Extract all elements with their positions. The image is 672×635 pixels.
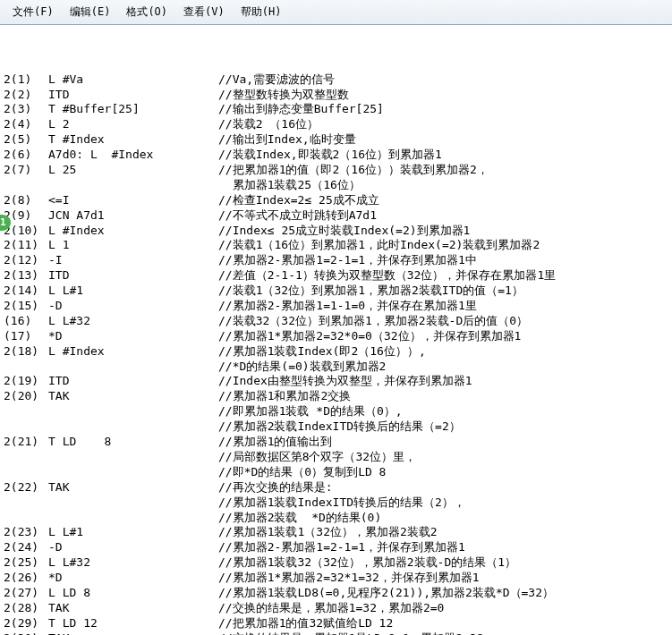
code-content: 51 2(1)L #Va//Va,需要滤波的信号2(2)ITD//整型数转换为双… (0, 25, 672, 635)
menubar: 文件(F) 编辑(E) 格式(O) 查看(V) 帮助(H) (0, 0, 672, 25)
comment-text: 累加器1装载25（16位） (218, 178, 361, 193)
code-line: //局部数据区第8个双字（32位）里， (4, 450, 668, 465)
line-number: 2(30) (4, 631, 48, 635)
code-line: 2(12)-I//累加器2-累加器1=2-1=1，并保存到累加器1中 (4, 253, 668, 268)
code-text: -D (48, 540, 218, 555)
code-text: L #Index (48, 224, 218, 239)
code-text: ITD (48, 88, 218, 103)
code-line: 2(20)TAK//累加器1和累加器2交换 (4, 389, 668, 404)
code-text: L L#32 (48, 314, 218, 329)
code-line: 2(25)L L#32//累加器1装载32（32位），累加器2装载-D的结果（1… (4, 555, 668, 571)
code-text: L 1 (48, 238, 218, 253)
line-number (4, 511, 48, 526)
code-text: T LD 8 (48, 435, 218, 450)
code-text (48, 178, 218, 193)
line-number: 2(3) (4, 102, 48, 117)
comment-text: //检查Index=2≤ 25成不成立 (218, 193, 379, 208)
line-number: 2(28) (4, 601, 48, 616)
code-text (48, 495, 218, 511)
code-line: 2(24)-D//累加器2-累加器1=2-1=1，并保存到累加器1 (4, 540, 668, 555)
code-text (48, 511, 218, 526)
menu-view[interactable]: 查看(V) (176, 3, 232, 21)
line-number (4, 495, 48, 511)
comment-text: //Index≤ 25成立时装载Index(=2)到累加器1 (218, 224, 470, 239)
code-text: TAK (48, 631, 218, 635)
comment-text: //局部数据区第8个双字（32位）里， (218, 450, 416, 465)
comment-text: //Va,需要滤波的信号 (218, 72, 335, 88)
line-number: 2(8) (4, 193, 48, 208)
code-line: 2(22)TAK//再次交换的结果是: (4, 480, 668, 495)
comment-text: //累加器1装载32（32位），累加器2装载-D的结果（1） (218, 555, 516, 571)
line-number: 2(6) (4, 148, 48, 163)
comment-text: //装载2 （16位） (218, 117, 319, 132)
code-line: 2(9)JCN A7d1//不等式不成立时跳转到A7d1 (4, 208, 668, 224)
comment-text: //把累加器1的值（即2（16位））装载到累加器2， (218, 163, 489, 178)
comment-text: //累加器2-累加器1=1-1=0，并保存在累加器1里 (218, 299, 477, 314)
line-number: 2(23) (4, 525, 48, 540)
comment-text: //交换的结果是，累加器1是LD 8=0，累加器2=32， (218, 631, 496, 635)
comment-text: //累加器2-累加器1=2-1=1，并保存到累加器1 (218, 540, 465, 555)
menu-file[interactable]: 文件(F) (5, 3, 61, 21)
code-text (48, 450, 218, 465)
menu-format[interactable]: 格式(O) (119, 3, 174, 21)
comment-text: //累加器1装载Index(即2（16位））, (218, 344, 426, 360)
comment-text: //累加器2装载IndexITD转换后的结果（=2） (218, 419, 461, 435)
code-text (48, 360, 218, 375)
code-text (48, 465, 218, 480)
code-text: L 2 (48, 117, 218, 132)
code-line: 2(2)ITD//整型数转换为双整型数 (4, 88, 668, 103)
code-text: *D (48, 571, 218, 586)
line-number: 2(5) (4, 132, 48, 148)
line-number: 2(18) (4, 344, 48, 360)
code-line: //累加器1装载IndexITD转换后的结果（2）， (4, 495, 668, 511)
line-number: (17) (4, 329, 48, 344)
code-line: //即累加器1装载 *D的结果（0）, (4, 404, 668, 419)
code-line: 2(10)L #Index//Index≤ 25成立时装载Index(=2)到累… (4, 224, 668, 239)
line-number: 2(13) (4, 268, 48, 284)
code-line: (17)*D//累加器1*累加器2=32*0=0（32位），并保存到累加器1 (4, 329, 668, 344)
line-number: 2(27) (4, 586, 48, 601)
code-line: 2(30)TAK//交换的结果是，累加器1是LD 8=0，累加器2=32， (4, 631, 668, 635)
code-line: //累加器2装载 *D的结果(0) (4, 511, 668, 526)
code-text: ITD (48, 268, 218, 284)
code-text: <=I (48, 193, 218, 208)
comment-text: //累加器2-累加器1=2-1=1，并保存到累加器1中 (218, 253, 477, 268)
code-line: 2(7)L 25//把累加器1的值（即2（16位））装载到累加器2， (4, 163, 668, 178)
code-line: 2(5)T #Index//输出到Index,临时变量 (4, 132, 668, 148)
comment-text: //Index由整型转换为双整型，并保存到累加器1 (218, 374, 472, 389)
code-text: A7d0: L #Index (48, 148, 218, 163)
code-line: 2(21)T LD 8//累加器1的值输出到 (4, 435, 668, 450)
code-text: L L#1 (48, 525, 218, 540)
line-number: 2(1) (4, 72, 48, 88)
code-line: 2(1)L #Va//Va,需要滤波的信号 (4, 72, 668, 88)
code-text (48, 404, 218, 419)
comment-text: //累加器2装载 *D的结果(0) (218, 511, 381, 526)
code-line: 2(18)L #Index//累加器1装载Index(即2（16位））, (4, 344, 668, 360)
code-text: *D (48, 329, 218, 344)
line-number: 2(12) (4, 253, 48, 268)
code-line: 2(29)T LD 12//把累加器1的值32赋值给LD 12 (4, 616, 668, 631)
code-text: L #Index (48, 344, 218, 360)
comment-text: //累加器1装载LD8(=0,见程序2(21)),累加器2装载*D（=32） (218, 586, 554, 601)
code-line: 2(8)<=I//检查Index=2≤ 25成不成立 (4, 193, 668, 208)
code-text: T LD 12 (48, 616, 218, 631)
code-text: -I (48, 253, 218, 268)
line-number (4, 465, 48, 480)
line-number: 2(24) (4, 540, 48, 555)
code-line: 2(3)T #Buffer[25]//输出到静态变量Buffer[25] (4, 102, 668, 117)
comment-text: //输出到静态变量Buffer[25] (218, 102, 384, 117)
code-text: L L#32 (48, 555, 218, 571)
line-number: 2(22) (4, 480, 48, 495)
code-text: TAK (48, 480, 218, 495)
code-line: 2(13)ITD//差值（2-1-1）转换为双整型数（32位），并保存在累加器1… (4, 268, 668, 284)
comment-text: //累加器1*累加器2=32*0=0（32位），并保存到累加器1 (218, 329, 521, 344)
comment-text: //累加器1的值输出到 (218, 435, 332, 450)
code-text: L #Va (48, 72, 218, 88)
code-text: ITD (48, 374, 218, 389)
menu-help[interactable]: 帮助(H) (234, 3, 289, 21)
code-line: 2(14)L L#1//装载1（32位）到累加器1，累加器2装载ITD的值（=1… (4, 284, 668, 299)
code-line: (16)L L#32//装载32（32位）到累加器1，累加器2装载-D后的值（0… (4, 314, 668, 329)
menu-edit[interactable]: 编辑(E) (63, 3, 118, 21)
comment-text: //装载1（16位）到累加器1，此时Index(=2)装载到累加器2 (218, 238, 540, 253)
code-line: 2(23)L L#1//累加器1装载1（32位），累加器2装载2 (4, 525, 668, 540)
